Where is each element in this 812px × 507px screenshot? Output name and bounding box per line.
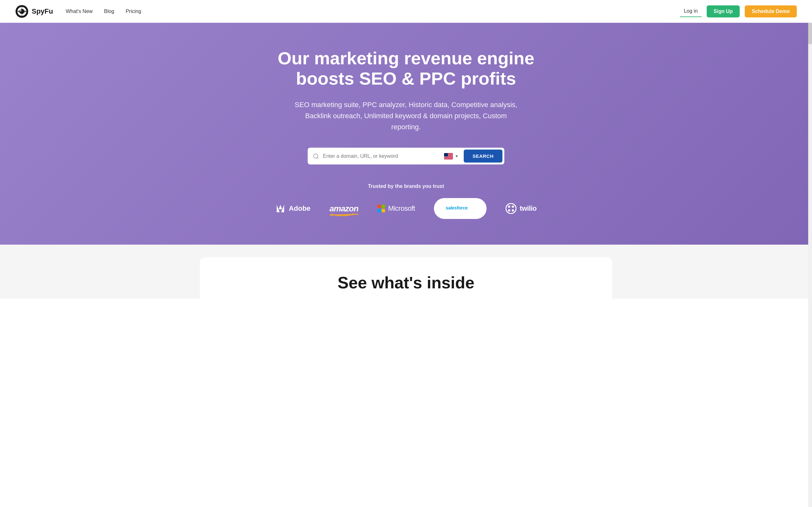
hero-title: Our marketing revenue engine boosts SEO … <box>277 48 534 89</box>
brand-amazon: amazon <box>329 204 358 214</box>
svg-point-10 <box>508 206 510 208</box>
bottom-card: See what's inside <box>200 257 612 298</box>
nav-pricing[interactable]: Pricing <box>125 9 141 14</box>
logo[interactable]: SpyFu <box>15 5 53 18</box>
nav-whats-new[interactable]: What's New <box>66 9 93 14</box>
signup-button[interactable]: Sign Up <box>707 5 740 17</box>
amazon-label: amazon <box>329 204 358 213</box>
twilio-logo-icon <box>506 203 516 214</box>
adobe-icon <box>275 204 286 214</box>
svg-text:salesforce: salesforce <box>446 205 468 210</box>
search-bar: ▼ SEARCH <box>308 148 504 164</box>
nav-links: What's New Blog Pricing <box>66 9 141 14</box>
svg-line-6 <box>317 158 318 159</box>
svg-point-11 <box>512 206 514 208</box>
svg-point-12 <box>508 210 510 212</box>
brand-microsoft: Microsoft <box>377 205 415 213</box>
navbar-right: Log in Sign Up Schedule Demo <box>680 5 797 17</box>
hero-section: Our marketing revenue engine boosts SEO … <box>0 23 812 245</box>
country-selector[interactable]: ▼ <box>441 152 461 161</box>
brand-twilio: twilio <box>506 203 537 214</box>
chevron-down-icon: ▼ <box>455 154 459 158</box>
svg-point-13 <box>512 210 514 212</box>
flag-us-icon <box>444 153 453 159</box>
scrollbar[interactable] <box>808 0 812 298</box>
trusted-brands-section: Trusted by the brands you trust Adobe am… <box>275 183 537 219</box>
brands-row: Adobe amazon <box>275 198 537 219</box>
trusted-label: Trusted by the brands you trust <box>275 183 537 189</box>
microsoft-logo-icon <box>377 205 385 212</box>
svg-marker-7 <box>352 213 354 215</box>
amazon-smile-icon <box>329 212 355 216</box>
navbar: SpyFu What's New Blog Pricing Log in Sig… <box>0 0 812 23</box>
search-icon <box>313 153 319 159</box>
hero-subtitle: SEO marketing suite, PPC analyzer, Histo… <box>292 99 520 133</box>
brand-adobe: Adobe <box>275 204 310 214</box>
bottom-title: See what's inside <box>219 273 593 292</box>
schedule-demo-button[interactable]: Schedule Demo <box>745 5 797 17</box>
spyfu-logo-icon <box>15 5 29 18</box>
brand-salesforce: salesforce <box>434 198 487 219</box>
logo-text: SpyFu <box>32 7 53 15</box>
login-button[interactable]: Log in <box>680 6 702 17</box>
bottom-section: See what's inside <box>0 245 812 298</box>
nav-blog[interactable]: Blog <box>104 9 114 14</box>
adobe-label: Adobe <box>289 205 310 213</box>
navbar-left: SpyFu What's New Blog Pricing <box>15 5 141 18</box>
twilio-label: twilio <box>519 205 537 213</box>
svg-point-9 <box>506 204 516 214</box>
search-input[interactable] <box>322 152 439 161</box>
search-button[interactable]: SEARCH <box>464 150 502 163</box>
salesforce-cloud-icon: salesforce <box>434 198 487 219</box>
amazon-logo: amazon <box>329 204 358 214</box>
microsoft-label: Microsoft <box>388 205 415 213</box>
